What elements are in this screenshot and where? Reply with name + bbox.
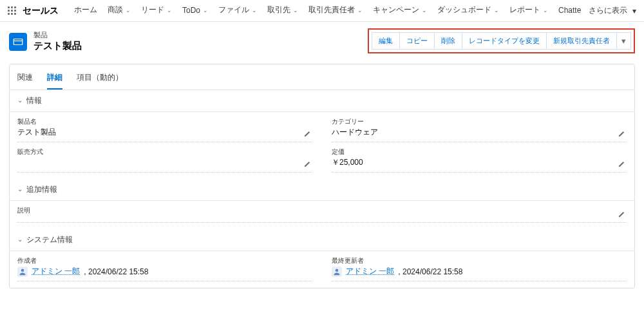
nav-tab-label: ファイル xyxy=(218,5,249,15)
action-button-group: 編集コピー削除レコードタイプを変更新規取引先責任者▾ xyxy=(368,28,635,53)
section-body: 説明 xyxy=(10,201,634,229)
action-button-2[interactable]: 削除 xyxy=(435,32,462,50)
global-nav: セールス ホーム商談⌄リード⌄ToDo⌄ファイル⌄取引先⌄取引先責任者⌄キャンペ… xyxy=(0,0,644,22)
field-value: アドミン 一郎, 2024/06/22 15:58 xyxy=(17,266,312,277)
edit-pencil-icon[interactable] xyxy=(618,211,627,220)
section-1: ⌄追加情報説明 xyxy=(10,179,634,229)
svg-point-3 xyxy=(336,269,339,272)
nav-tab-3[interactable]: ToDo⌄ xyxy=(177,0,213,21)
field: 説明 xyxy=(17,205,627,223)
record-object-label: 製品 xyxy=(33,30,82,40)
nav-tab-label: キャンペーン xyxy=(373,5,419,15)
field-value: ￥25,000 xyxy=(332,157,627,168)
chevron-down-icon: ⌄ xyxy=(252,7,257,14)
user-link[interactable]: アドミン 一郎 xyxy=(346,266,394,277)
chevron-down-icon: ⌄ xyxy=(357,7,363,14)
field-label: 最終更新者 xyxy=(332,256,627,265)
field-value: テスト製品 xyxy=(17,127,312,138)
nav-tab-5[interactable]: 取引先⌄ xyxy=(262,0,303,21)
nav-tab-1[interactable]: 商談⌄ xyxy=(102,0,136,21)
nav-tab-8[interactable]: ダッシュボード⌄ xyxy=(432,0,504,21)
nav-tab-2[interactable]: リード⌄ xyxy=(136,0,177,21)
nav-tab-label: リード xyxy=(141,5,164,15)
action-button-4[interactable]: 新規取引先責任者 xyxy=(547,32,617,50)
timestamp: , 2024/06/22 15:58 xyxy=(398,267,462,276)
field-label: 製品名 xyxy=(17,117,312,126)
nav-tab-label: レポート xyxy=(509,5,540,15)
section-body: 製品名テスト製品カテゴリーハードウェア販売方式定価￥25,000 xyxy=(10,112,634,179)
detail-tab-1[interactable]: 詳細 xyxy=(47,70,62,90)
action-button-0[interactable]: 編集 xyxy=(372,32,400,50)
field: 作成者アドミン 一郎, 2024/06/22 15:58 xyxy=(17,255,312,281)
section-title: 情報 xyxy=(26,95,42,106)
field-value: ハードウェア xyxy=(332,127,627,138)
chevron-down-icon: ⌄ xyxy=(17,97,23,104)
chevron-down-icon: ⌄ xyxy=(494,7,499,14)
field-label: 作成者 xyxy=(17,256,312,265)
nav-tab-10[interactable]: Chatter xyxy=(553,0,581,21)
avatar-icon xyxy=(17,267,28,277)
section-title: システム情報 xyxy=(26,234,73,245)
nav-tab-label: 取引先責任者 xyxy=(308,5,355,15)
nav-more[interactable]: さらに表示 ▾ xyxy=(585,5,640,16)
field: カテゴリーハードウェア xyxy=(332,116,627,142)
nav-tab-9[interactable]: レポート⌄ xyxy=(504,0,553,21)
edit-pencil-icon[interactable] xyxy=(303,130,312,139)
chevron-down-icon: ⌄ xyxy=(17,185,23,193)
avatar-icon xyxy=(332,267,342,277)
chevron-down-icon: ⌄ xyxy=(422,7,427,14)
chevron-down-icon: ⌄ xyxy=(293,7,298,14)
nav-tab-label: 商談 xyxy=(108,5,123,15)
field-label: カテゴリー xyxy=(332,117,627,126)
edit-pencil-icon[interactable] xyxy=(618,130,627,139)
section-body: 作成者アドミン 一郎, 2024/06/22 15:58最終更新者アドミン 一郎… xyxy=(10,251,634,288)
field-label: 説明 xyxy=(17,206,627,215)
record-name: テスト製品 xyxy=(33,40,82,52)
section-0: ⌄情報製品名テスト製品カテゴリーハードウェア販売方式定価￥25,000 xyxy=(10,90,634,179)
product-icon xyxy=(9,33,27,51)
nav-tab-label: 取引先 xyxy=(267,5,290,15)
field: 製品名テスト製品 xyxy=(17,116,312,142)
chevron-down-icon: ⌄ xyxy=(126,7,131,14)
chevron-down-icon: ▾ xyxy=(632,6,636,15)
nav-tab-7[interactable]: キャンペーン⌄ xyxy=(368,0,432,21)
section-2: ⌄システム情報作成者アドミン 一郎, 2024/06/22 15:58最終更新者… xyxy=(10,229,634,288)
action-button-3[interactable]: レコードタイプを変更 xyxy=(462,32,547,50)
field: 最終更新者アドミン 一郎, 2024/06/22 15:58 xyxy=(332,255,627,281)
nav-tab-6[interactable]: 取引先責任者⌄ xyxy=(303,0,368,21)
section-header[interactable]: ⌄情報 xyxy=(10,90,634,112)
field-label: 販売方式 xyxy=(17,147,312,156)
field-value: アドミン 一郎, 2024/06/22 15:58 xyxy=(332,266,627,277)
section-header[interactable]: ⌄システム情報 xyxy=(10,229,634,251)
app-name: セールス xyxy=(23,5,59,17)
chevron-down-icon: ⌄ xyxy=(17,236,23,243)
user-link[interactable]: アドミン 一郎 xyxy=(32,266,80,277)
chevron-down-icon: ⌄ xyxy=(203,7,208,14)
nav-tab-label: Chatter xyxy=(558,6,581,15)
chevron-down-icon: ⌄ xyxy=(543,7,548,14)
section-title: 追加情報 xyxy=(26,184,57,195)
record-header: 製品 テスト製品 編集コピー削除レコードタイプを変更新規取引先責任者▾ xyxy=(0,22,644,62)
detail-tab-2[interactable]: 項目（動的） xyxy=(77,70,123,90)
section-header[interactable]: ⌄追加情報 xyxy=(10,179,634,201)
field-label: 定価 xyxy=(332,147,627,156)
nav-more-label: さらに表示 xyxy=(589,5,627,16)
app-launcher-icon[interactable] xyxy=(5,4,19,17)
edit-pencil-icon[interactable] xyxy=(618,160,627,169)
nav-tab-label: ホーム xyxy=(74,5,97,15)
detail-tab-0[interactable]: 関連 xyxy=(17,70,33,90)
detail-tabs: 関連詳細項目（動的） xyxy=(10,64,634,90)
nav-tab-0[interactable]: ホーム xyxy=(69,0,102,21)
field: 定価￥25,000 xyxy=(332,146,627,173)
chevron-down-icon: ⌄ xyxy=(167,7,172,14)
timestamp: , 2024/06/22 15:58 xyxy=(84,267,148,276)
action-button-1[interactable]: コピー xyxy=(400,32,435,50)
nav-tab-label: ダッシュボード xyxy=(437,5,491,15)
svg-point-2 xyxy=(21,269,24,272)
svg-rect-0 xyxy=(14,39,23,44)
edit-pencil-icon[interactable] xyxy=(303,160,312,169)
nav-tab-4[interactable]: ファイル⌄ xyxy=(213,0,262,21)
field: 販売方式 xyxy=(17,146,312,173)
detail-card: 関連詳細項目（動的） ⌄情報製品名テスト製品カテゴリーハードウェア販売方式定価￥… xyxy=(9,64,635,289)
action-more-button[interactable]: ▾ xyxy=(617,32,631,50)
